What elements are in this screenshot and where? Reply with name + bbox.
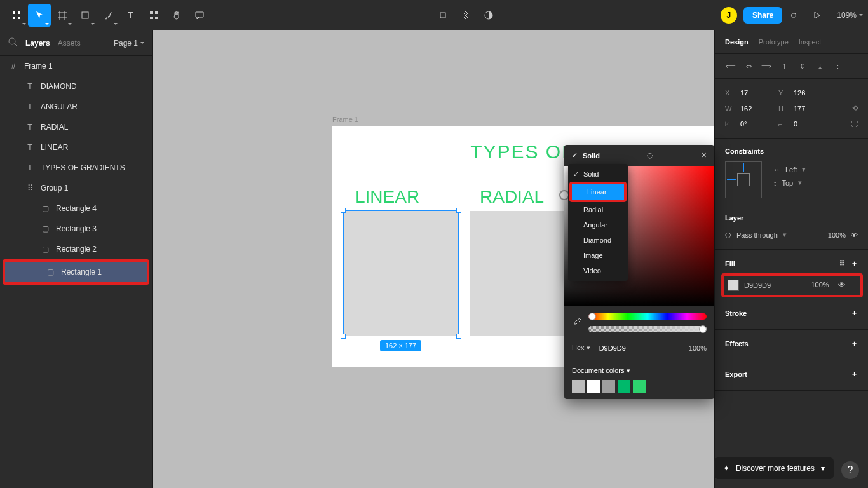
tab-inspect[interactable]: Inspect	[799, 38, 821, 46]
move-tool-icon[interactable]	[28, 4, 51, 27]
tab-assets[interactable]: Assets	[58, 39, 81, 48]
rotation-input[interactable]: 0°	[740, 120, 773, 128]
tab-layers[interactable]: Layers	[25, 39, 50, 48]
fill-styles-icon[interactable]: ⠿	[839, 259, 844, 267]
menu-item-diamond[interactable]: Diamond	[568, 233, 628, 248]
document-colors-label[interactable]: Document colors ▾	[572, 367, 630, 374]
add-export-icon[interactable]: ＋	[851, 369, 858, 379]
contrast-icon[interactable]	[477, 4, 500, 27]
color-opacity-input[interactable]: 100%	[689, 344, 707, 352]
menu-item-angular[interactable]: Angular	[568, 217, 628, 233]
swatch-2[interactable]	[587, 380, 600, 393]
add-stroke-icon[interactable]: ＋	[851, 308, 858, 318]
w-input[interactable]: 162	[740, 105, 773, 112]
layer-rect-1[interactable]: ▢Rectangle 1	[5, 262, 147, 282]
tab-design[interactable]: Design	[725, 38, 749, 46]
label-linear[interactable]: LINEAR	[355, 187, 419, 207]
selection-handle-se[interactable]	[456, 334, 461, 339]
swatch-1[interactable]	[572, 380, 585, 393]
shape-tool-icon[interactable]	[74, 4, 97, 27]
menu-item-video[interactable]: Video	[568, 263, 628, 278]
layer-frame-1[interactable]: #Frame 1	[0, 56, 152, 76]
search-icon[interactable]	[8, 37, 18, 49]
independent-corners-icon[interactable]: ⛶	[851, 120, 858, 128]
page-dropdown[interactable]: Page 1	[114, 39, 144, 48]
y-input[interactable]: 126	[794, 89, 827, 97]
radius-input[interactable]: 0	[794, 120, 827, 128]
hand-tool-icon[interactable]	[165, 4, 188, 27]
add-fill-icon[interactable]: ＋	[851, 259, 858, 267]
selection-handle-ne[interactable]	[456, 208, 461, 213]
link-dims-icon[interactable]: ⟲	[852, 104, 858, 112]
comment-tool-icon[interactable]	[188, 4, 211, 27]
constraint-v-dropdown[interactable]: Top	[782, 179, 794, 187]
selection-handle-sw[interactable]	[341, 334, 346, 339]
align-left-icon[interactable]: ⟸	[724, 59, 738, 73]
mask-tool-icon[interactable]	[454, 4, 477, 27]
layer-linear[interactable]: TLINEAR	[0, 137, 152, 158]
hex-mode-dropdown[interactable]: Hex ▾	[572, 344, 590, 352]
devmode-icon[interactable]	[782, 4, 805, 27]
layer-radial[interactable]: TRADIAL	[0, 117, 152, 137]
fill-swatch[interactable]	[728, 280, 739, 291]
hue-knob[interactable]	[588, 313, 596, 320]
swatch-3[interactable]	[602, 380, 615, 393]
align-top-icon[interactable]: ⤒	[777, 59, 791, 73]
discover-banner[interactable]: ✦ Discover more features ▾	[714, 458, 834, 479]
layer-types[interactable]: TTYPES OF GRADIENTS	[0, 158, 152, 178]
remove-fill-icon[interactable]: −	[854, 281, 858, 288]
layer-rect-3[interactable]: ▢Rectangle 3	[0, 219, 152, 239]
menu-item-radial[interactable]: Radial	[568, 202, 628, 217]
align-distribute-icon[interactable]: ⋮	[831, 59, 844, 73]
menu-item-solid[interactable]: ✓Solid	[568, 166, 628, 182]
swatch-4[interactable]	[618, 380, 630, 393]
menu-item-linear[interactable]: Linear	[572, 184, 624, 200]
tab-prototype[interactable]: Prototype	[759, 38, 789, 46]
fill-opacity-input[interactable]: 100%	[811, 281, 829, 288]
fill-hex-input[interactable]: D9D9D9	[744, 281, 771, 289]
frame-label[interactable]: Frame 1	[332, 116, 358, 123]
layer-angular[interactable]: TANGULAR	[0, 97, 152, 117]
help-icon[interactable]: ?	[841, 461, 859, 479]
selection-box[interactable]	[343, 210, 459, 336]
layer-diamond[interactable]: TDIAMOND	[0, 76, 152, 97]
layer-rect-2[interactable]: ▢Rectangle 2	[0, 239, 152, 259]
hex-input[interactable]: D9D9D9	[599, 344, 626, 352]
visibility-icon[interactable]: 👁	[851, 231, 858, 239]
blend-mode-icon[interactable]: ◌	[647, 151, 653, 159]
fill-type-dropdown[interactable]: Solid	[583, 152, 600, 159]
layer-group-1[interactable]: ⠿Group 1	[0, 178, 152, 198]
component-tool-icon[interactable]	[431, 4, 454, 27]
resources-tool-icon[interactable]	[142, 4, 165, 27]
align-hcenter-icon[interactable]: ⇔	[742, 59, 756, 73]
alpha-slider[interactable]	[588, 326, 707, 332]
close-icon[interactable]: ✕	[701, 151, 707, 159]
selection-handle-nw[interactable]	[341, 208, 346, 213]
eyedropper-icon[interactable]	[572, 317, 582, 329]
align-right-icon[interactable]: ⟹	[759, 59, 773, 73]
align-bottom-icon[interactable]: ⤓	[813, 59, 827, 73]
layer-opacity-input[interactable]: 100%	[828, 231, 846, 239]
label-radial[interactable]: RADIAL	[480, 187, 544, 207]
hue-slider[interactable]	[588, 313, 707, 320]
constraint-widget[interactable]	[725, 161, 762, 198]
h-input[interactable]: 177	[794, 105, 827, 112]
text-tool-icon[interactable]: T	[119, 4, 142, 27]
blend-dropdown[interactable]: Pass through	[736, 231, 778, 239]
add-effect-icon[interactable]: ＋	[851, 339, 858, 348]
layer-rect-4[interactable]: ▢Rectangle 4	[0, 198, 152, 219]
fill-visibility-icon[interactable]: 👁	[838, 281, 845, 288]
zoom-dropdown[interactable]: 109%	[837, 11, 863, 20]
x-input[interactable]: 17	[740, 89, 773, 97]
avatar[interactable]: J	[721, 7, 737, 24]
constraint-h-dropdown[interactable]: Left	[785, 166, 797, 173]
pen-tool-icon[interactable]	[97, 4, 119, 27]
menu-icon[interactable]	[5, 4, 28, 27]
swatch-5[interactable]	[633, 380, 646, 393]
align-vcenter-icon[interactable]: ⇕	[795, 59, 809, 73]
alpha-knob[interactable]	[699, 325, 707, 333]
present-icon[interactable]	[805, 4, 828, 27]
menu-item-image[interactable]: Image	[568, 248, 628, 263]
share-button[interactable]: Share	[743, 7, 782, 24]
frame-tool-icon[interactable]	[51, 4, 74, 27]
